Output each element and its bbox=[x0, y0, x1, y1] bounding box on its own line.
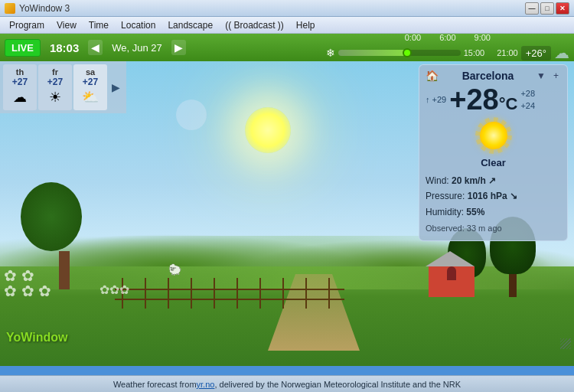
main-scene: 🐑 ✿ ✿✿ ✿ ✿ ✿✿✿ th +27 ☁ fr +27 ☀ sa +27 … bbox=[0, 61, 574, 366]
tree-crown bbox=[21, 182, 82, 251]
logo-part2: Window bbox=[21, 331, 67, 344]
timeline-label-3: 15:00 bbox=[464, 48, 485, 57]
forecast-day-0: th +27 ☁ bbox=[3, 64, 37, 110]
temp-unit: °C bbox=[499, 94, 518, 113]
condition-text: Clear bbox=[426, 157, 561, 168]
home-icon: 🏠 bbox=[426, 70, 439, 82]
time-display: 18:03 bbox=[45, 40, 83, 56]
timeline-label-2: 9:00 bbox=[467, 33, 498, 42]
sun bbox=[245, 107, 291, 153]
moon bbox=[176, 100, 207, 130]
nav-prev-button[interactable]: ◀ bbox=[88, 40, 103, 55]
timeline-progress bbox=[338, 50, 406, 56]
snowflake-icon: ❄ bbox=[326, 47, 335, 59]
sun-weather-icon bbox=[480, 122, 507, 149]
fence bbox=[115, 278, 344, 309]
yowindow-logo: YoWindow bbox=[6, 331, 67, 345]
timeline-label-4: 21:00 bbox=[497, 48, 518, 57]
weather-main-row: ↑ +29 +28°C +28 +24 bbox=[426, 85, 561, 114]
timeline-dot bbox=[403, 48, 412, 57]
observed-value: 33 m ago bbox=[467, 224, 502, 233]
weather-icon-area bbox=[426, 117, 561, 154]
title-bar: YoWindow 3 — □ ✕ bbox=[0, 0, 574, 17]
weather-panel-header: 🏠 Barcelona ▼ + bbox=[426, 70, 561, 82]
close-button[interactable]: ✕ bbox=[556, 2, 569, 15]
title-bar-left: YoWindow 3 bbox=[5, 3, 70, 14]
timeline-track[interactable] bbox=[338, 50, 461, 56]
temp-arrow-left: ↑ +29 bbox=[426, 94, 446, 105]
temp-value: +28 bbox=[449, 83, 498, 116]
temp-left-value: +29 bbox=[432, 95, 447, 104]
temp-arrow-icon: ↑ bbox=[426, 95, 430, 104]
barn-body bbox=[429, 266, 475, 297]
observed-row: Observed: 33 m ago bbox=[426, 221, 561, 236]
menu-time[interactable]: Time bbox=[83, 18, 115, 32]
window-title: YoWindow 3 bbox=[19, 3, 70, 14]
temp-range: +28 +24 bbox=[520, 87, 535, 113]
pressure-row: Pressure: 1016 hPa ↘ bbox=[426, 188, 561, 204]
forecast-nav[interactable]: ▶ bbox=[109, 64, 123, 110]
maximize-button[interactable]: □ bbox=[540, 2, 554, 15]
pressure-value: 1016 hPa ↘ bbox=[468, 191, 517, 201]
status-text-after: , delivered by the Norwegian Meteorologi… bbox=[214, 380, 461, 389]
humidity-label: Humidity: bbox=[426, 207, 464, 217]
forecast-panel: th +27 ☁ fr +27 ☀ sa +27 ⛅ ▶ bbox=[0, 61, 126, 113]
menu-help[interactable]: Help bbox=[290, 18, 321, 32]
status-link[interactable]: yr.no bbox=[197, 380, 215, 389]
temp-badge: +26° bbox=[521, 46, 551, 60]
menu-location[interactable]: Location bbox=[115, 18, 161, 32]
panel-controls[interactable]: ▼ + bbox=[534, 70, 561, 81]
wind-label: Wind: bbox=[426, 175, 449, 186]
flowers-mid: ✿✿✿ bbox=[99, 283, 129, 297]
weather-details: Wind: 20 km/h ↗ Pressure: 1016 hPa ↘ Hum… bbox=[426, 173, 561, 236]
menu-bar: Program View Time Location Landscape (( … bbox=[0, 17, 574, 34]
logo-part1: Yo bbox=[6, 331, 21, 344]
menu-view[interactable]: View bbox=[51, 18, 83, 32]
window-controls[interactable]: — □ ✕ bbox=[525, 2, 569, 15]
wind-value: 20 km/h ↗ bbox=[452, 175, 496, 186]
app-icon bbox=[5, 3, 15, 14]
weather-panel: 🏠 Barcelona ▼ + ↑ +29 +28°C +28 +24 bbox=[419, 64, 568, 241]
humidity-value: 55% bbox=[466, 207, 484, 217]
forecast-day-2: sa +27 ⛅ bbox=[73, 64, 107, 110]
minimize-button[interactable]: — bbox=[525, 2, 539, 15]
nav-next-button[interactable]: ▶ bbox=[171, 40, 186, 55]
status-text-before: Weather forecast from bbox=[113, 380, 197, 389]
status-bar: Weather forecast from yr.no , delivered … bbox=[0, 375, 574, 392]
timeline-label-0: 0:00 bbox=[397, 33, 429, 42]
pressure-label: Pressure: bbox=[426, 191, 465, 201]
wind-row: Wind: 20 km/h ↗ bbox=[426, 173, 561, 188]
menu-broadcast[interactable]: (( Broadcast )) bbox=[219, 18, 290, 32]
sheep: 🐑 bbox=[168, 263, 181, 276]
menu-program[interactable]: Program bbox=[3, 18, 51, 32]
humidity-row: Humidity: 55% bbox=[426, 204, 561, 220]
forecast-next-icon[interactable]: ▶ bbox=[112, 81, 120, 93]
observed-label: Observed: bbox=[426, 224, 465, 233]
tree-trunk bbox=[59, 251, 70, 289]
toolbar: LIVE 18:03 ◀ We, Jun 27 ▶ 0:00 6:00 9:00… bbox=[0, 34, 574, 61]
temp-high: +28 bbox=[520, 87, 535, 100]
forecast-day-1: fr +27 ☀ bbox=[38, 64, 72, 110]
menu-landscape[interactable]: Landscape bbox=[161, 18, 219, 32]
cloud-toolbar-icon: ☁ bbox=[554, 44, 569, 62]
timeline-label-1: 6:00 bbox=[429, 33, 466, 42]
panel-add-button[interactable]: + bbox=[551, 70, 561, 81]
barn bbox=[429, 259, 475, 297]
panel-dropdown-button[interactable]: ▼ bbox=[534, 70, 548, 81]
resize-handle[interactable] bbox=[560, 338, 571, 349]
temperature-display: +28°C bbox=[449, 85, 517, 114]
temp-low: +24 bbox=[520, 100, 535, 113]
flowers-left: ✿ ✿✿ ✿ ✿ bbox=[4, 268, 51, 299]
city-name: Barcelona bbox=[462, 70, 514, 82]
date-display: We, Jun 27 bbox=[107, 41, 167, 55]
live-badge: LIVE bbox=[5, 39, 41, 57]
